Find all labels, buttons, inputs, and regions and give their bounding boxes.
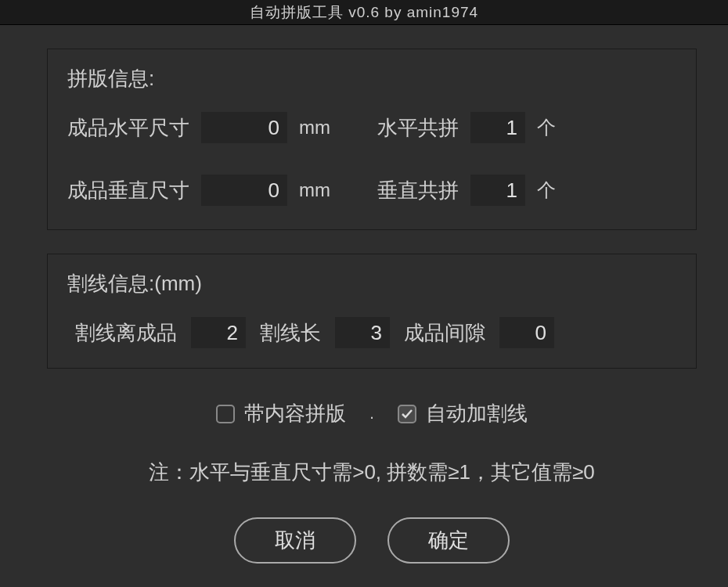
cut-offset-label: 割线离成品 [75,319,177,347]
cut-offset-input[interactable] [191,317,246,348]
cut-length-label: 割线长 [260,319,321,347]
horiz-count-label: 水平共拼 [377,114,459,142]
window-title: 自动拼版工具 v0.6 by amin1974 [250,2,478,23]
with-content-checkbox-container[interactable]: 带内容拼版 [216,400,346,427]
cancel-button[interactable]: 取消 [234,517,356,564]
horizontal-row: 成品水平尺寸 mm 水平共拼 个 [67,112,676,143]
separator-dot: . [369,405,374,423]
checkbox-row: 带内容拼版 . 自动加割线 [47,400,697,427]
vert-count-input[interactable] [470,175,525,206]
vert-size-unit: mm [299,179,330,201]
vert-size-label: 成品垂直尺寸 [67,177,189,204]
vertical-row: 成品垂直尺寸 mm 垂直共拼 个 [67,175,676,206]
with-content-label: 带内容拼版 [244,400,346,427]
horiz-size-input[interactable] [201,112,287,143]
horiz-count-unit: 个 [537,115,556,140]
cutline-row: 割线离成品 割线长 成品间隙 [67,317,676,348]
gap-input[interactable] [499,317,554,348]
gap-label: 成品间隙 [404,319,485,347]
auto-cutline-checkbox[interactable] [398,405,416,423]
vert-count-label: 垂直共拼 [377,177,459,204]
with-content-checkbox[interactable] [216,405,235,423]
cutline-info-group: 割线信息:(mm) 割线离成品 割线长 成品间隙 [47,254,697,369]
cut-length-input[interactable] [335,317,390,348]
button-row: 取消 确定 [47,517,697,564]
auto-cutline-label: 自动加割线 [426,400,528,427]
window-titlebar: 自动拼版工具 v0.6 by amin1974 [0,0,728,25]
layout-info-group: 拼版信息: 成品水平尺寸 mm 水平共拼 个 成品垂直尺寸 mm 垂直共拼 个 [47,49,697,230]
vert-size-input[interactable] [201,175,287,206]
auto-cutline-checkbox-container[interactable]: 自动加割线 [398,400,528,427]
horiz-count-input[interactable] [470,112,525,143]
horiz-size-label: 成品水平尺寸 [67,114,189,142]
horiz-size-unit: mm [299,117,330,139]
layout-info-title: 拼版信息: [67,65,676,92]
vert-count-unit: 个 [537,178,556,203]
validation-note: 注：水平与垂直尺寸需>0, 拼数需≥1，其它值需≥0 [47,459,697,486]
check-icon [401,408,413,420]
dialog-content: 拼版信息: 成品水平尺寸 mm 水平共拼 个 成品垂直尺寸 mm 垂直共拼 个 … [0,25,728,587]
cutline-info-title: 割线信息:(mm) [67,270,676,297]
ok-button[interactable]: 确定 [387,517,510,564]
